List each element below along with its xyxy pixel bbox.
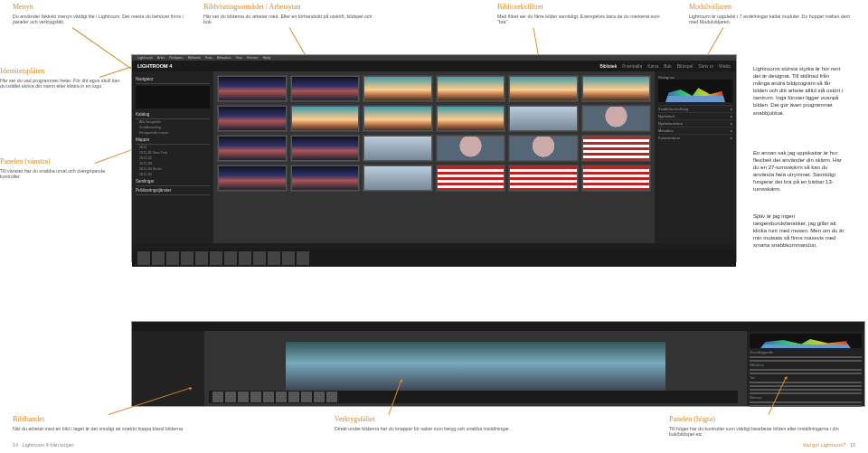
slider[interactable] bbox=[750, 405, 862, 407]
slider[interactable] bbox=[750, 385, 862, 387]
panel-section[interactable]: Snabbframkallning▸ bbox=[658, 105, 732, 112]
filmstrip-thumb[interactable] bbox=[253, 251, 266, 265]
filmstrip-thumb[interactable] bbox=[239, 251, 251, 265]
panel-section[interactable]: Nyckelordslista▸ bbox=[658, 119, 732, 127]
panel-label: Vitbalans bbox=[750, 363, 862, 367]
filmstrip-thumb[interactable] bbox=[326, 392, 337, 402]
filmstrip-thumb[interactable] bbox=[288, 392, 299, 402]
thumbnail[interactable] bbox=[290, 75, 361, 102]
filmstrip[interactable] bbox=[209, 391, 738, 403]
thumbnail[interactable] bbox=[290, 135, 361, 162]
slider[interactable] bbox=[750, 382, 862, 383]
slider[interactable] bbox=[750, 369, 862, 371]
thumbnail[interactable] bbox=[363, 105, 433, 132]
thumbnail[interactable] bbox=[436, 105, 506, 132]
module-tab[interactable]: Webb bbox=[719, 63, 731, 69]
menu-item[interactable]: Visa bbox=[236, 56, 242, 60]
left-panel[interactable]: Navigator Katalog Alla fotografier Snabb… bbox=[132, 71, 213, 243]
panel-header[interactable]: Samlingar bbox=[136, 177, 210, 186]
filmstrip-thumb[interactable] bbox=[250, 392, 261, 402]
footer-chapter: Vad gör Lightroom? bbox=[802, 442, 845, 448]
callout-title: Biblioteksfiltret bbox=[497, 4, 669, 12]
filmstrip-thumb[interactable] bbox=[314, 392, 325, 402]
callout-body: Med filtret ser du färre bilder samtidig… bbox=[497, 14, 669, 25]
filmstrip-thumb[interactable] bbox=[263, 392, 274, 402]
body-para-2: En annan sak jag uppskattar är hur flexi… bbox=[753, 149, 846, 193]
slider[interactable] bbox=[750, 401, 862, 403]
callout-body: Här ser du bilderna du arbetar med. Elle… bbox=[203, 14, 375, 25]
thumbnail[interactable] bbox=[290, 165, 361, 192]
filmstrip-thumb[interactable] bbox=[225, 392, 236, 402]
filmstrip-thumb[interactable] bbox=[195, 251, 208, 265]
module-picker: Bibliotek Framkalla Karta Bok Bildspel S… bbox=[599, 63, 731, 69]
thumbnail[interactable] bbox=[436, 75, 506, 102]
menu-item[interactable]: Metadata bbox=[217, 56, 231, 60]
thumbnail[interactable] bbox=[436, 165, 506, 192]
callout-modulvaljaren: Modulväljaren Lightroom är uppdelat i 7 … bbox=[689, 4, 856, 25]
thumbnail[interactable] bbox=[508, 105, 579, 132]
menu-item[interactable]: Lightroom bbox=[137, 56, 153, 60]
thumbnail[interactable] bbox=[508, 165, 579, 192]
panel-section[interactable]: Metadata▸ bbox=[658, 127, 732, 134]
menu-item[interactable]: Hjälp bbox=[263, 56, 271, 60]
filmstrip-thumb[interactable] bbox=[152, 251, 165, 265]
panel-header[interactable]: Navigator bbox=[136, 75, 210, 84]
menu-item[interactable]: Redigera bbox=[169, 56, 183, 60]
panel-header[interactable]: Publiceringstjänster bbox=[136, 186, 210, 195]
thumbnail[interactable] bbox=[217, 165, 288, 192]
filmstrip-thumb[interactable] bbox=[238, 392, 249, 402]
filmstrip-thumb[interactable] bbox=[212, 392, 223, 402]
module-tab[interactable]: Framkalla bbox=[622, 63, 642, 69]
filmstrip-thumb[interactable] bbox=[282, 251, 295, 265]
right-panel[interactable]: Histogram Snabbframkallning▸ Nyckelord▸ … bbox=[655, 71, 736, 243]
thumbnail[interactable] bbox=[581, 135, 652, 162]
thumbnail[interactable] bbox=[363, 165, 433, 192]
thumbnail[interactable] bbox=[217, 75, 288, 102]
thumbnail[interactable] bbox=[581, 165, 652, 192]
slider[interactable] bbox=[750, 389, 862, 391]
panel-header[interactable]: Mappar bbox=[136, 136, 210, 145]
thumbnail[interactable] bbox=[290, 105, 361, 132]
filmstrip-thumb[interactable] bbox=[301, 392, 312, 402]
thumbnail[interactable] bbox=[217, 135, 288, 162]
panel-header[interactable]: Grundläggande bbox=[750, 351, 862, 354]
filmstrip-thumb[interactable] bbox=[224, 251, 237, 265]
module-tab[interactable]: Skriv ut bbox=[698, 63, 713, 69]
panel-header[interactable]: Katalog bbox=[136, 110, 210, 119]
module-tab[interactable]: Bibliotek bbox=[599, 63, 617, 69]
module-tab[interactable]: Bildspel bbox=[677, 63, 693, 69]
slider[interactable] bbox=[750, 360, 862, 362]
filmstrip-thumb[interactable] bbox=[137, 251, 150, 265]
thumbnail[interactable] bbox=[581, 75, 652, 102]
slider[interactable] bbox=[750, 392, 862, 394]
identity-plate[interactable]: LIGHTROOM 4 bbox=[137, 63, 172, 69]
panel-section[interactable]: Nyckelord▸ bbox=[658, 112, 732, 119]
filmstrip[interactable] bbox=[132, 250, 736, 267]
filmstrip-thumb[interactable] bbox=[166, 251, 179, 265]
thumbnail[interactable] bbox=[363, 75, 433, 102]
thumbnail[interactable] bbox=[508, 75, 579, 102]
module-tab[interactable]: Karta bbox=[647, 63, 658, 69]
body-para-3: Själv är jag ingen tangentbordsfanatiker… bbox=[753, 212, 846, 249]
slider[interactable] bbox=[750, 356, 862, 358]
menu-item[interactable]: Fönster bbox=[247, 56, 259, 60]
thumbnail[interactable] bbox=[508, 135, 579, 162]
menu-item[interactable]: Bibliotek bbox=[188, 56, 201, 60]
filmstrip-thumb[interactable] bbox=[268, 251, 280, 265]
thumbnail[interactable] bbox=[436, 135, 506, 162]
slider[interactable] bbox=[750, 373, 862, 374]
filmstrip-thumb[interactable] bbox=[297, 251, 309, 265]
toolbar[interactable] bbox=[132, 243, 736, 250]
thumbnail[interactable] bbox=[217, 105, 288, 132]
develop-panel[interactable]: Grundläggande Vitbalans Ton Närvaro bbox=[747, 331, 864, 406]
menu-item[interactable]: Arkiv bbox=[157, 56, 165, 60]
module-tab[interactable]: Bok bbox=[664, 63, 672, 69]
menu-item[interactable]: Foto bbox=[205, 56, 212, 60]
panel-section[interactable]: Kommentarer▸ bbox=[658, 134, 732, 141]
filmstrip-thumb[interactable] bbox=[210, 251, 222, 265]
thumbnail[interactable] bbox=[581, 105, 652, 132]
grid-view[interactable] bbox=[213, 71, 655, 243]
filmstrip-thumb[interactable] bbox=[276, 392, 287, 402]
thumbnail[interactable] bbox=[363, 135, 433, 162]
filmstrip-thumb[interactable] bbox=[181, 251, 193, 265]
